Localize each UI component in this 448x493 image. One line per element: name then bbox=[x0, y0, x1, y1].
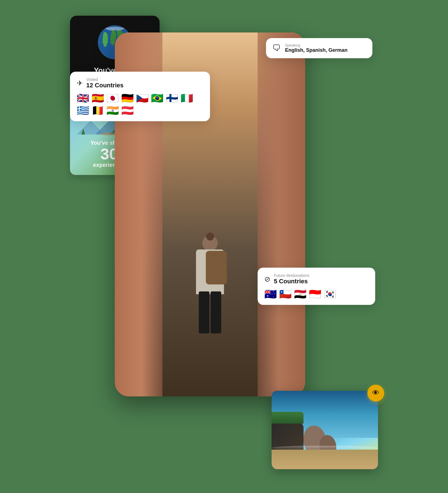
airplane-icon: ✈ bbox=[77, 79, 83, 88]
speaking-label: Speaking bbox=[285, 43, 347, 47]
scene: 🗨 Speaking English, Spanish, German ✈ Vi… bbox=[70, 16, 378, 478]
eye-badge[interactable]: 👁 bbox=[367, 385, 384, 401]
flag-de: 🇩🇪 bbox=[121, 93, 134, 103]
flag-es: 🇪🇸 bbox=[92, 93, 104, 103]
future-label: Future destionations bbox=[274, 273, 309, 278]
speaking-icon: 🗨 bbox=[272, 43, 281, 53]
visited-header: ✈ Visited 12 Countries bbox=[77, 77, 203, 89]
coastal-background bbox=[272, 391, 378, 469]
future-card: ⊘ Future destionations 5 Countries 🇦🇺 🇨🇱… bbox=[258, 268, 375, 305]
compass-icon: ⊘ bbox=[264, 275, 270, 284]
visited-card: ✈ Visited 12 Countries 🇬🇧 🇪🇸 🇯🇵 🇩🇪 🇨🇿 🇧🇷… bbox=[70, 72, 210, 121]
flag-fi: 🇫🇮 bbox=[166, 93, 178, 103]
coastal-wrapper: 👁 bbox=[272, 391, 378, 469]
flags-grid: 🇬🇧 🇪🇸 🇯🇵 🇩🇪 🇨🇿 🇧🇷 🇫🇮 🇮🇹 🇬🇷 🇧🇪 🇮🇳 🇦🇹 bbox=[77, 93, 203, 116]
visited-text: Visited 12 Countries bbox=[86, 77, 123, 89]
speaking-value: English, Spanish, German bbox=[285, 47, 347, 53]
future-title: 5 Countries bbox=[274, 278, 309, 285]
flag-jp: 🇯🇵 bbox=[106, 93, 119, 103]
flag-cl: 🇨🇱 bbox=[279, 289, 292, 299]
flag-id: 🇮🇩 bbox=[309, 289, 321, 299]
future-flags-grid: 🇦🇺 🇨🇱 🇪🇬 🇮🇩 🇰🇷 bbox=[264, 289, 368, 299]
future-text: Future destionations 5 Countries bbox=[274, 273, 309, 285]
flag-in: 🇮🇳 bbox=[106, 106, 119, 116]
flag-gr: 🇬🇷 bbox=[77, 106, 89, 116]
person-figure bbox=[188, 224, 232, 342]
speaking-card: 🗨 Speaking English, Spanish, German bbox=[266, 38, 372, 58]
flag-gb: 🇬🇧 bbox=[77, 93, 89, 103]
flag-br: 🇧🇷 bbox=[151, 93, 164, 103]
visited-label: Visited bbox=[86, 77, 123, 82]
flag-at: 🇦🇹 bbox=[121, 106, 134, 116]
visited-title: 12 Countries bbox=[86, 82, 123, 89]
flag-kr: 🇰🇷 bbox=[324, 289, 336, 299]
flag-cz: 🇨🇿 bbox=[136, 93, 149, 103]
coastal-card bbox=[272, 391, 378, 469]
eye-icon: 👁 bbox=[372, 389, 379, 397]
future-header: ⊘ Future destionations 5 Countries bbox=[264, 273, 368, 285]
flag-it: 🇮🇹 bbox=[181, 93, 193, 103]
speaking-text: Speaking English, Spanish, German bbox=[285, 43, 347, 53]
flag-be: 🇧🇪 bbox=[92, 106, 104, 116]
flag-au: 🇦🇺 bbox=[264, 289, 277, 299]
flag-eg: 🇪🇬 bbox=[294, 289, 307, 299]
